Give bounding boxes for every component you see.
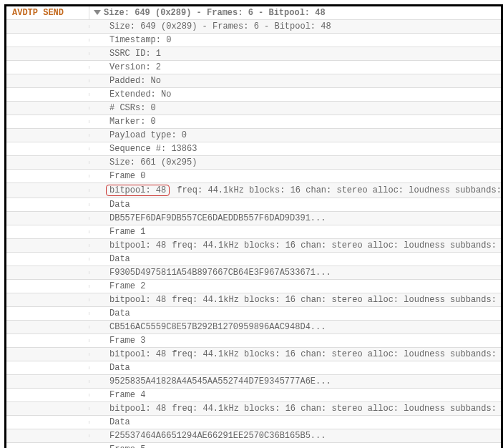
field-payload-type: Payload type: 0 xyxy=(89,129,501,142)
header-text: Size: 649 (0x289) - Frames: 6 - Bitpool:… xyxy=(104,8,326,18)
frame-params: bitpool: 48freq: 44.1kHz blocks: 16 chan… xyxy=(89,293,501,306)
frame-label: Frame 4 xyxy=(89,389,501,401)
data-value-row: 9525835A41828A4A545AA552744D7E9345777A6E… xyxy=(6,375,501,389)
frame-label-row: Frame 4 xyxy=(6,389,501,402)
data-value-row: CB516AC5559C8E57B292B1270959896AAC948D4.… xyxy=(6,321,501,334)
table-row: Marker: 0 xyxy=(6,115,501,129)
packet-table: AVDTP SEND Size: 649 (0x289) - Frames: 6… xyxy=(4,4,503,448)
table-row: Size: 649 (0x289) - Frames: 6 - Bitpool:… xyxy=(6,20,501,34)
data-label-row: Data xyxy=(6,361,501,375)
data-value: DB557EF6DAF9DB557CE6DAEDDB557F6DAD9D391.… xyxy=(89,212,501,225)
frame-label: Frame 5 xyxy=(89,443,501,448)
field-size2: Size: 661 (0x295) xyxy=(89,156,501,169)
frame-params-row: bitpool: 48freq: 44.1kHz blocks: 16 chan… xyxy=(6,183,501,198)
frame-params-row: bitpool: 48freq: 44.1kHz blocks: 16 chan… xyxy=(6,239,501,253)
field-marker: Marker: 0 xyxy=(89,115,501,128)
table-row: Size: 661 (0x295) xyxy=(6,156,501,170)
frame-label: Frame 3 xyxy=(89,334,501,347)
data-label: Data xyxy=(89,198,501,211)
header-summary: Size: 649 (0x289) - Frames: 6 - Bitpool:… xyxy=(89,6,501,19)
bitpool-value: bitpool: 48 xyxy=(109,295,166,305)
bitpool-value: bitpool: 48 xyxy=(109,404,166,414)
bitpool-highlight: bitpool: 48 xyxy=(106,185,170,196)
frame-params: bitpool: 48freq: 44.1kHz blocks: 16 chan… xyxy=(89,402,501,415)
table-row: # CSRs: 0 xyxy=(6,102,501,115)
data-value: F9305D4975811A54B897667CB64E3F967A533671… xyxy=(89,266,501,279)
table-row: Timestamp: 0 xyxy=(6,34,501,47)
field-extended: Extended: No xyxy=(89,88,501,101)
data-value-row: DB557EF6DAF9DB557CE6DAEDDB557F6DAD9D391.… xyxy=(6,212,501,225)
data-label: Data xyxy=(89,416,501,429)
frame-label: Frame 0 xyxy=(89,170,501,182)
frame-params-row: bitpool: 48freq: 44.1kHz blocks: 16 chan… xyxy=(6,402,501,416)
frame-params-row: bitpool: 48freq: 44.1kHz blocks: 16 chan… xyxy=(6,293,501,307)
data-value-row: F9305D4975811A54B897667CB64E3F967A533671… xyxy=(6,266,501,280)
frame-params-row: bitpool: 48freq: 44.1kHz blocks: 16 chan… xyxy=(6,348,501,361)
field-ssrc: SSRC ID: 1 xyxy=(89,47,501,60)
field-padded: Padded: No xyxy=(89,74,501,87)
data-value-row: F25537464A6651294AE66291EE2570C36B165B5.… xyxy=(6,429,501,443)
frame-label-row: Frame 2 xyxy=(6,280,501,293)
frame-label-row: Frame 1 xyxy=(6,225,501,239)
table-row: Extended: No xyxy=(6,88,501,102)
field-size: Size: 649 (0x289) - Frames: 6 - Bitpool:… xyxy=(89,20,501,33)
table-row: Padded: No xyxy=(6,74,501,88)
table-row: Sequence #: 13863 xyxy=(6,142,501,156)
data-label-row: Data xyxy=(6,416,501,429)
table-row: Version: 2 xyxy=(6,61,501,74)
data-label-row: Data xyxy=(6,307,501,321)
field-timestamp: Timestamp: 0 xyxy=(89,34,501,47)
data-value: F25537464A6651294AE66291EE2570C36B165B5.… xyxy=(89,429,501,442)
frame-label: Frame 1 xyxy=(89,225,501,238)
data-label: Data xyxy=(89,253,501,266)
data-value: 9525835A41828A4A545AA552744D7E9345777A6E… xyxy=(89,375,501,388)
data-label: Data xyxy=(89,361,501,374)
data-label-row: Data xyxy=(6,253,501,266)
frame-label-row: Frame 0 xyxy=(6,170,501,183)
frame-params: bitpool: 48freq: 44.1kHz blocks: 16 chan… xyxy=(89,348,501,361)
frame-label: Frame 2 xyxy=(89,280,501,293)
bitpool-value: bitpool: 48 xyxy=(109,240,166,250)
header-row[interactable]: AVDTP SEND Size: 649 (0x289) - Frames: 6… xyxy=(6,6,501,20)
table-row: Payload type: 0 xyxy=(6,129,501,142)
data-value: CB516AC5559C8E57B292B1270959896AAC948D4.… xyxy=(89,321,501,333)
data-label: Data xyxy=(89,307,501,320)
bitpool-value: bitpool: 48 xyxy=(109,349,166,359)
frame-label-row: Frame 5 xyxy=(6,443,501,448)
frame-params: bitpool: 48freq: 44.1kHz blocks: 16 chan… xyxy=(89,239,501,252)
frame-params: bitpool: 48freq: 44.1kHz blocks: 16 chan… xyxy=(89,183,501,198)
disclosure-triangle-icon[interactable] xyxy=(94,10,101,15)
field-version: Version: 2 xyxy=(89,61,501,74)
data-label-row: Data xyxy=(6,198,501,212)
frames-container: Frame 0bitpool: 48freq: 44.1kHz blocks: … xyxy=(6,170,501,448)
field-csrs: # CSRs: 0 xyxy=(89,102,501,115)
table-row: SSRC ID: 1 xyxy=(6,47,501,61)
field-sequence: Sequence #: 13863 xyxy=(89,142,501,155)
frame-label-row: Frame 3 xyxy=(6,334,501,348)
protocol-label: AVDTP SEND xyxy=(6,6,89,19)
